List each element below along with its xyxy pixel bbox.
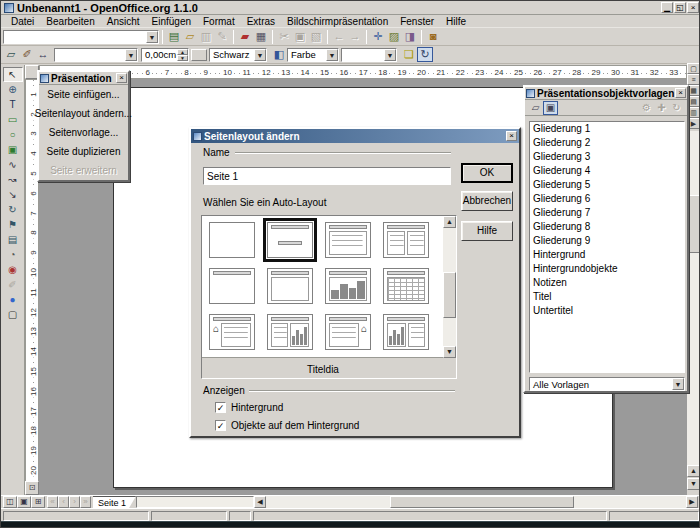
menu-item[interactable]: Format [197, 16, 241, 27]
layout-thumb-title-chart[interactable] [325, 268, 371, 304]
menu-item[interactable]: Ansicht [101, 16, 146, 27]
layout-thumb-title-chart-outline[interactable] [383, 314, 429, 350]
line-width-stepper[interactable]: 0,00cm ▲▼ [141, 48, 189, 62]
style-list-item[interactable]: Gliederung 6 [530, 192, 684, 206]
page-tab[interactable]: Seite 1 [93, 496, 136, 508]
style-list-item[interactable]: Untertitel [530, 304, 684, 318]
chevron-down-icon[interactable]: ▼ [146, 31, 158, 43]
layout-scroll-thumb[interactable] [443, 272, 456, 318]
rectangle-icon[interactable]: ▭ [3, 112, 23, 127]
connector-icon[interactable]: ↝ [3, 172, 23, 187]
fill-color-combobox[interactable]: ▼ [341, 48, 397, 62]
horizontal-scroll-track[interactable] [266, 496, 686, 508]
scroll-up-icon[interactable]: ▲ [687, 465, 700, 477]
style-list-item[interactable]: Gliederung 1 [530, 122, 684, 136]
scroll-down-icon[interactable]: ▼ [687, 478, 700, 490]
ellipse-icon[interactable]: ○ [3, 127, 23, 142]
close-icon[interactable]: × [506, 131, 517, 141]
edit-points-icon[interactable]: ▱ [3, 47, 19, 62]
style-list-item[interactable]: Hintergrund [530, 248, 684, 262]
new-document-icon[interactable]: ▤ [166, 29, 182, 44]
cancel-button[interactable]: Abbrechen [461, 191, 513, 211]
drawing-view-icon[interactable]: ▢ [687, 63, 700, 74]
style-list-item[interactable]: Notizen [530, 276, 684, 290]
layout-thumb-title-outline-chart[interactable] [267, 314, 313, 350]
rotation-mode-icon[interactable]: ↻ [417, 47, 433, 62]
navigator-icon[interactable]: ✛ [370, 29, 386, 44]
palette-item[interactable]: Seite einfügen... [39, 85, 128, 104]
layout-thumb-blank[interactable] [209, 222, 255, 258]
scroll-up-icon[interactable]: ▲ [443, 216, 456, 228]
close-icon[interactable]: × [116, 73, 127, 83]
rotate-icon[interactable]: ↻ [3, 202, 23, 217]
chevron-down-icon[interactable]: ▼ [672, 378, 684, 390]
palette-item[interactable]: Seitenlayout ändern... [39, 104, 128, 123]
ruler-origin-button[interactable]: ⊡ [25, 481, 39, 495]
select-icon[interactable]: ↖ [3, 67, 23, 82]
style-list-item[interactable]: Hintergrundobjekte [530, 262, 684, 276]
stylist-title-bar[interactable]: Präsentationsobjektvorlagen × [525, 87, 687, 100]
name-input[interactable] [203, 167, 451, 185]
line-icon[interactable]: ✐ [19, 47, 35, 62]
print-icon[interactable]: ▦ [253, 29, 269, 44]
palette-title-bar[interactable]: Präsentation × [39, 72, 128, 85]
arrange-icon[interactable]: ▤ [3, 232, 23, 247]
checkbox[interactable]: ✓ [215, 420, 226, 431]
layout-scrollbar[interactable]: ▲ ▼ [443, 216, 456, 358]
palette-item[interactable]: Seite duplizieren [39, 142, 128, 161]
style-filter-combobox[interactable]: Alle Vorlagen ▼ [529, 377, 685, 391]
open-icon[interactable]: ▱ [182, 29, 198, 44]
scroll-left-icon[interactable]: ◀ [254, 496, 266, 508]
fill-type-combobox[interactable]: Farbe ▼ [287, 48, 339, 62]
style-list-item[interactable]: Titel [530, 290, 684, 304]
layout-thumb-title-only[interactable] [209, 268, 255, 304]
chevron-down-icon[interactable]: ▼ [326, 49, 338, 61]
palette-item[interactable]: Seitenvorlage... [39, 123, 128, 142]
layout-thumb-title-image-outline[interactable]: ⌂ [209, 314, 255, 350]
zoom-icon[interactable]: ⊕ [3, 82, 23, 97]
objects-3d-icon[interactable]: ▣ [3, 142, 23, 157]
style-list-item[interactable]: Gliederung 4 [530, 164, 684, 178]
presentation-styles-icon[interactable]: ▣ [543, 101, 558, 115]
menu-item[interactable]: Extras [241, 16, 281, 27]
style-list-item[interactable]: Gliederung 5 [530, 178, 684, 192]
style-list[interactable]: Gliederung 1Gliederung 2Gliederung 3Glie… [529, 121, 685, 373]
close-button[interactable]: × [687, 2, 699, 13]
line-color-combobox[interactable]: Schwarz ▼ [209, 48, 267, 62]
layout-thumb-title-two-content[interactable] [383, 222, 429, 258]
dialog-title-bar[interactable]: Seitenlayout ändern × [191, 129, 519, 143]
style-list-item[interactable]: Gliederung 7 [530, 206, 684, 220]
lines-arrows-icon[interactable]: ↘ [3, 187, 23, 202]
master-mode-icon[interactable]: ▣ [17, 496, 31, 508]
text-icon[interactable]: T [3, 97, 23, 112]
horizontal-ruler[interactable]: 1234567891011121314151617181920212223242… [39, 65, 687, 79]
ok-button[interactable]: OK [461, 163, 513, 183]
gallery-icon[interactable]: ◨ [402, 29, 418, 44]
menu-item[interactable]: Hilfe [440, 16, 472, 27]
url-combobox[interactable]: ▼ [3, 30, 159, 44]
line-style-combobox[interactable]: ▼ [54, 48, 138, 62]
layout-thumb-title-box[interactable] [267, 268, 313, 304]
scroll-right-icon[interactable]: ▶ [686, 496, 698, 508]
presentation-icon[interactable]: ▢ [3, 307, 23, 322]
help-button[interactable]: Hilfe [461, 221, 513, 241]
shadow-icon[interactable]: ❏ [401, 47, 417, 62]
page-mode-icon[interactable]: ◫ [3, 496, 17, 508]
menu-item[interactable]: Bildschirmpräsentation [281, 16, 394, 27]
style-list-item[interactable]: Gliederung 8 [530, 220, 684, 234]
menu-item[interactable]: Fenster [394, 16, 440, 27]
controller-3d-icon[interactable]: ● [3, 292, 23, 307]
checkbox[interactable]: ✓ [215, 402, 226, 413]
stylist-icon[interactable]: ▨ [386, 29, 402, 44]
scroll-down-icon[interactable]: ▼ [443, 346, 456, 358]
layout-thumb-title-outline-image[interactable]: ⌂ [325, 314, 371, 350]
horizontal-scroll-thumb[interactable] [390, 496, 574, 508]
graphic-styles-icon[interactable]: ▱ [528, 101, 543, 115]
chevron-down-icon[interactable]: ▼ [384, 49, 396, 61]
style-list-item[interactable]: Gliederung 9 [530, 234, 684, 248]
chevron-down-icon[interactable]: ▼ [125, 49, 137, 61]
menu-item[interactable]: Bearbeiten [40, 16, 100, 27]
spin-down-icon[interactable]: ▼ [177, 55, 188, 61]
curve-icon[interactable]: ∿ [3, 157, 23, 172]
camera-icon[interactable]: ◙ [425, 29, 441, 44]
